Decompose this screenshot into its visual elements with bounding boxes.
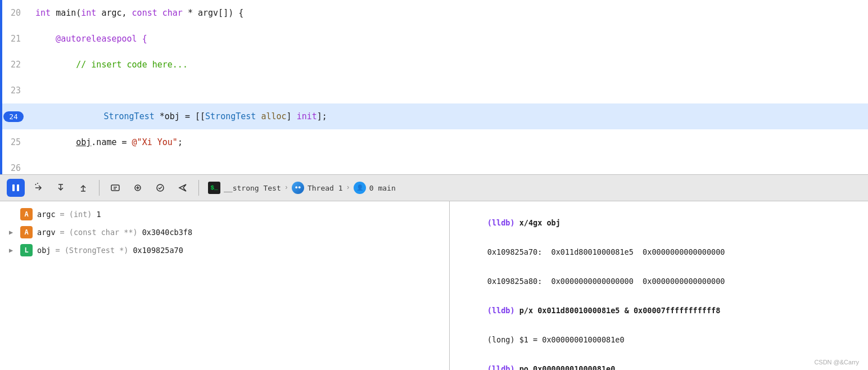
lldb-prompt-2: (lldb) — [487, 306, 515, 315]
thread-info: $_ __strong Test › ●● Thread 1 › 👤 0 mai… — [208, 182, 396, 194]
thread-num-chevron: › — [346, 184, 350, 192]
var-name-argc: argc — [37, 210, 56, 219]
svg-rect-1 — [17, 184, 19, 191]
code-line-23: 23 — [0, 78, 868, 103]
editor-left-bar — [0, 0, 2, 174]
code-line-21: 21 @autoreleasepool { — [0, 26, 868, 52]
code-line-22: 22 // insert code here... — [0, 52, 868, 78]
thread-num-icon: ●● — [292, 182, 304, 194]
var-badge-argv: A — [20, 226, 33, 238]
func-icon: 👤 — [354, 182, 366, 194]
thread-num-label: Thread 1 — [308, 184, 343, 192]
instruction-step-button[interactable] — [106, 179, 124, 197]
func-label: 0 main — [369, 184, 396, 192]
lldb-line-1: (lldb) x/4gx obj — [460, 209, 858, 236]
code-line-25: 25 obj.name = @"Xi You"; — [0, 129, 868, 155]
code-line-26: 26 — [0, 155, 868, 174]
lldb-console-panel[interactable]: (lldb) x/4gx obj 0x109825a70: 0x011d8001… — [450, 201, 868, 370]
toolbar-separator-1 — [99, 180, 100, 196]
variable-row-obj: ▶ L obj = (StrongTest *) 0x109825a70 — [9, 244, 440, 256]
svg-rect-2 — [111, 185, 119, 191]
lldb-output-text-1: 0x109825a70: 0x011d8001000081e5 0x000000… — [487, 247, 725, 256]
lldb-cmd-3: po 0x00000001000081e0 — [515, 364, 616, 370]
line-content-20: int main(int argc, const char * argv[]) … — [31, 8, 868, 18]
breakpoint-toggle-button[interactable] — [151, 179, 169, 197]
variable-row-argc: ▶ A argc = (int) 1 — [9, 208, 440, 220]
var-value-argc: 1 — [96, 210, 101, 219]
step-over-button[interactable] — [29, 179, 47, 197]
svg-rect-0 — [12, 184, 15, 191]
line-number-25: 25 — [0, 137, 31, 147]
variable-view-button[interactable] — [129, 179, 147, 197]
code-line-24: 24 StrongTest *obj = [[StrongTest alloc]… — [0, 103, 868, 129]
variable-row-argv: ▶ A argv = (const char **) 0x3040cb3f8 — [9, 226, 440, 238]
lldb-cmd-1: x/4gx obj — [515, 218, 560, 227]
var-name-obj: obj — [37, 246, 51, 255]
var-value-argv: 0x3040cb3f8 — [142, 228, 192, 237]
lldb-prompt-3: (lldb) — [487, 364, 515, 370]
line-content-24: StrongTest *obj = [[StrongTest alloc] in… — [24, 101, 868, 132]
watermark-text: CSDN @&Carry — [814, 359, 859, 366]
line-number-23: 23 — [0, 85, 31, 96]
step-out-button[interactable] — [74, 179, 92, 197]
expand-icon-obj[interactable]: ▶ — [9, 246, 16, 254]
lldb-line-3: (lldb) po 0x00000001000081e0 — [460, 355, 858, 370]
variables-panel: ▶ A argc = (int) 1 ▶ A argv = (const cha… — [0, 201, 450, 370]
line-number-21: 21 — [0, 34, 31, 44]
var-name-argv: argv — [37, 228, 56, 237]
var-value-obj: 0x109825a70 — [133, 246, 183, 255]
send-button[interactable] — [174, 179, 192, 197]
line-number-20: 20 — [0, 8, 31, 18]
line-number-26: 26 — [0, 163, 31, 173]
lldb-prompt-1: (lldb) — [487, 218, 515, 227]
var-type-argv: = (const char **) — [60, 228, 138, 237]
var-badge-argc: A — [20, 208, 33, 220]
thread-name-label: __strong Test — [224, 184, 281, 192]
expand-icon-argv[interactable]: ▶ — [9, 228, 16, 236]
lldb-output-text-3: (long) $1 = 0x00000001000081e0 — [487, 335, 625, 344]
line-number-22: 22 — [0, 60, 31, 70]
debug-toolbar: $_ __strong Test › ●● Thread 1 › 👤 0 mai… — [0, 174, 868, 201]
line-content-22: // insert code here... — [31, 60, 868, 70]
line-content-21: @autoreleasepool { — [31, 34, 868, 44]
var-type-argc: = (int) — [60, 210, 92, 219]
lldb-output-2: 0x109825a80: 0x0000000000000000 0x000000… — [460, 268, 858, 295]
lldb-line-2: (lldb) p/x 0x011d8001000081e5 & 0x00007f… — [460, 297, 858, 324]
bottom-panel: ▶ A argc = (int) 1 ▶ A argv = (const cha… — [0, 201, 868, 370]
continue-button[interactable] — [7, 179, 25, 197]
toolbar-separator-2 — [198, 180, 199, 196]
thread-chevron: › — [284, 184, 288, 192]
code-line-20: 20 int main(int argc, const char * argv[… — [0, 0, 868, 26]
line-content-25: obj.name = @"Xi You"; — [31, 137, 868, 147]
lldb-output-text-2: 0x109825a80: 0x0000000000000000 0x000000… — [487, 277, 725, 286]
step-into-button[interactable] — [52, 179, 70, 197]
code-editor[interactable]: 20 int main(int argc, const char * argv[… — [0, 0, 868, 174]
var-badge-obj: L — [20, 244, 33, 256]
lldb-output-3: (long) $1 = 0x00000001000081e0 — [460, 326, 858, 353]
var-type-obj: = (StrongTest *) — [55, 246, 128, 255]
line-number-24: 24 — [3, 111, 24, 122]
lldb-output-1: 0x109825a70: 0x011d8001000081e5 0x000000… — [460, 238, 858, 265]
terminal-icon: $_ — [208, 182, 220, 194]
lldb-cmd-2: p/x 0x011d8001000081e5 & 0x00007ffffffff… — [515, 306, 721, 315]
